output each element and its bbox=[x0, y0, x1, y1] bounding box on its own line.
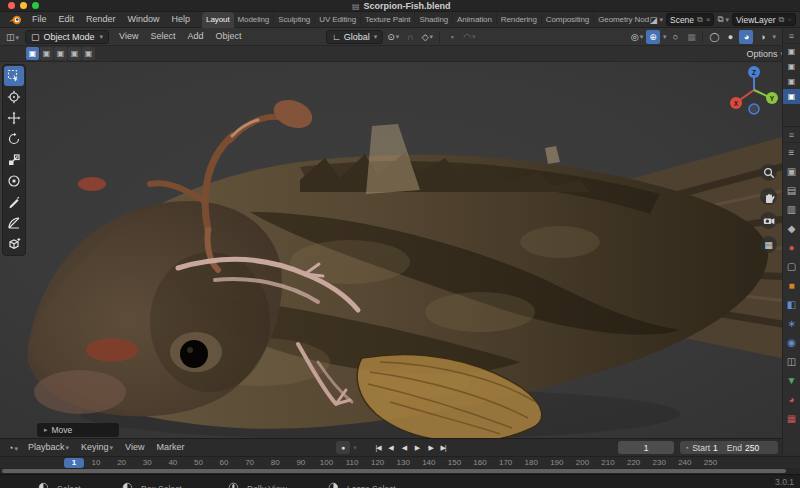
auto-keying-button[interactable]: ● bbox=[336, 441, 350, 454]
transform-tool[interactable] bbox=[4, 171, 24, 191]
operator-panel[interactable]: ▸ Move bbox=[37, 423, 119, 437]
scrollbar-thumb[interactable] bbox=[2, 469, 786, 473]
zoom-button[interactable] bbox=[760, 164, 777, 181]
mode-selector[interactable]: ▢ Object Mode ▾ bbox=[25, 30, 109, 44]
outliner-object-row[interactable]: ▣ bbox=[783, 89, 800, 104]
menu-edit[interactable]: Edit bbox=[53, 12, 81, 28]
tab-material[interactable]: ◕ bbox=[783, 390, 800, 409]
scale-tool[interactable] bbox=[4, 150, 24, 170]
transform-orientation-selector[interactable]: ∟ Global ▾ bbox=[326, 30, 383, 44]
tab-world[interactable]: ● bbox=[783, 238, 800, 257]
timeline-menu-view[interactable]: View bbox=[119, 440, 150, 456]
tab-collection[interactable]: ▢ bbox=[783, 257, 800, 276]
tab-modifiers[interactable]: ◧ bbox=[783, 295, 800, 314]
workspace-tab-sculpting[interactable]: Sculpting bbox=[274, 12, 315, 28]
tab-particles[interactable]: ∗ bbox=[783, 314, 800, 333]
viewport-menu-select[interactable]: Select bbox=[144, 29, 181, 45]
start-frame-value[interactable]: 1 bbox=[713, 443, 718, 453]
close-icon[interactable]: × bbox=[787, 15, 792, 24]
tab-tool[interactable]: ≡ bbox=[783, 143, 800, 162]
timeline-ruler[interactable]: 1 10203040506070809010011012013014015016… bbox=[0, 456, 800, 468]
tab-texture[interactable]: ▦ bbox=[783, 409, 800, 428]
jump-to-end-button[interactable]: ▶| bbox=[437, 441, 449, 454]
copy-icon[interactable]: ⧉ bbox=[697, 15, 703, 25]
pivot-point-button[interactable]: ⊙▾ bbox=[386, 30, 400, 44]
navigation-gizmo[interactable]: ZXY bbox=[728, 64, 780, 116]
proportional-editing-button[interactable]: ◦ bbox=[445, 30, 459, 44]
window-minimize-button[interactable] bbox=[20, 2, 27, 9]
tab-constraints[interactable]: ◫ bbox=[783, 352, 800, 371]
workspace-tab-geometry-nodes[interactable]: Geometry Nodes bbox=[594, 12, 649, 28]
tab-data[interactable]: ▼ bbox=[783, 371, 800, 390]
shading-material-preview-button[interactable]: ◕ bbox=[739, 30, 753, 44]
select-mode-set[interactable]: ▣ bbox=[26, 47, 39, 60]
tab-output[interactable]: ▤ bbox=[783, 181, 800, 200]
menu-help[interactable]: Help bbox=[166, 12, 197, 28]
measure-tool[interactable] bbox=[4, 213, 24, 233]
window-close-button[interactable] bbox=[8, 2, 15, 9]
object-visibility-button[interactable]: ◎▾ bbox=[630, 30, 644, 44]
workspace-tab-animation[interactable]: Animation bbox=[453, 12, 497, 28]
show-overlays-button[interactable]: ○ bbox=[668, 30, 682, 44]
cursor-tool[interactable] bbox=[4, 87, 24, 107]
shading-solid-button[interactable]: ● bbox=[723, 30, 737, 44]
add-cube-tool[interactable] bbox=[4, 234, 24, 254]
select-mode-invert[interactable]: ▣ bbox=[68, 47, 81, 60]
xray-toggle-button[interactable]: ▦ bbox=[684, 30, 698, 44]
workspace-tab-modeling[interactable]: Modeling bbox=[234, 12, 275, 28]
menu-render[interactable]: Render bbox=[80, 12, 122, 28]
show-gizmo-button[interactable]: ⊕ bbox=[646, 30, 660, 44]
close-icon[interactable]: × bbox=[706, 15, 711, 24]
play-button[interactable]: ▶ bbox=[411, 441, 423, 454]
editor-type-button[interactable]: ◫▾ bbox=[4, 32, 21, 42]
window-zoom-button[interactable] bbox=[32, 2, 39, 9]
scene-selector[interactable]: Scene ⧉ × bbox=[666, 13, 715, 26]
workspace-tab-compositing[interactable]: Compositing bbox=[542, 12, 594, 28]
timeline-editor-type-button[interactable]: ◔▾ bbox=[6, 443, 20, 453]
select-box-tool[interactable] bbox=[4, 66, 24, 86]
menu-file[interactable]: File bbox=[26, 12, 53, 28]
workspace-tab-texture-paint[interactable]: Texture Paint bbox=[361, 12, 415, 28]
view-layer-selector[interactable]: ViewLayer ⧉ × bbox=[732, 13, 796, 26]
snap-toggle-button[interactable]: ∩ bbox=[403, 30, 417, 44]
tab-object[interactable]: ■ bbox=[783, 276, 800, 295]
properties-header-icon[interactable]: ≡ bbox=[783, 127, 800, 143]
playhead[interactable]: 1 bbox=[64, 458, 84, 468]
tab-physics[interactable]: ◉ bbox=[783, 333, 800, 352]
blender-logo-icon[interactable] bbox=[8, 14, 23, 25]
copy-icon[interactable]: ⧉ bbox=[779, 15, 785, 25]
scene-browse-button[interactable]: ◪ ▾ bbox=[649, 15, 663, 25]
start-frame-field[interactable]: Start bbox=[692, 443, 710, 453]
workspace-tab-rendering[interactable]: Rendering bbox=[497, 12, 542, 28]
move-tool[interactable] bbox=[4, 108, 24, 128]
tab-scene[interactable]: ◆ bbox=[783, 219, 800, 238]
shading-wireframe-button[interactable]: ◯ bbox=[707, 30, 721, 44]
shading-rendered-button[interactable]: ◑ bbox=[755, 30, 769, 44]
timeline-menu-marker[interactable]: Marker bbox=[150, 440, 190, 456]
viewport-canvas[interactable]: ▸ Move ZXY ▦ bbox=[0, 62, 800, 438]
camera-view-button[interactable] bbox=[760, 212, 777, 229]
jump-to-start-button[interactable]: |◀ bbox=[372, 441, 384, 454]
outliner-header-icon[interactable]: ≡ bbox=[783, 28, 800, 44]
outliner-object-row[interactable]: ▣ bbox=[783, 59, 800, 74]
outliner-object-row[interactable]: ▣ bbox=[783, 74, 800, 89]
viewport-menu-view[interactable]: View bbox=[113, 29, 144, 45]
annotate-tool[interactable] bbox=[4, 192, 24, 212]
orthographic-toggle-button[interactable]: ▦ bbox=[760, 236, 777, 253]
axis-z-negative[interactable] bbox=[749, 104, 759, 114]
workspace-tab-uv-editing[interactable]: UV Editing bbox=[315, 12, 361, 28]
viewport-menu-add[interactable]: Add bbox=[181, 29, 209, 45]
tab-view-layer[interactable]: ▥ bbox=[783, 200, 800, 219]
select-mode-intersect[interactable]: ▣ bbox=[82, 47, 95, 60]
view-layer-browse-button[interactable]: ⧉ ▾ bbox=[717, 14, 729, 25]
end-frame-value[interactable]: 250 bbox=[745, 443, 759, 453]
workspace-tab-layout[interactable]: Layout bbox=[202, 12, 233, 28]
pan-button[interactable] bbox=[760, 188, 777, 205]
workspace-tab-shading[interactable]: Shading bbox=[415, 12, 453, 28]
select-mode-extend[interactable]: ▣ bbox=[40, 47, 53, 60]
rotate-tool[interactable] bbox=[4, 129, 24, 149]
timeline-menu-keying[interactable]: Keying▾ bbox=[75, 440, 119, 456]
options-dropdown[interactable]: Options ▾ bbox=[746, 49, 784, 59]
current-frame-field[interactable]: 1 bbox=[618, 441, 674, 454]
tab-render[interactable]: ▣ bbox=[783, 162, 800, 181]
